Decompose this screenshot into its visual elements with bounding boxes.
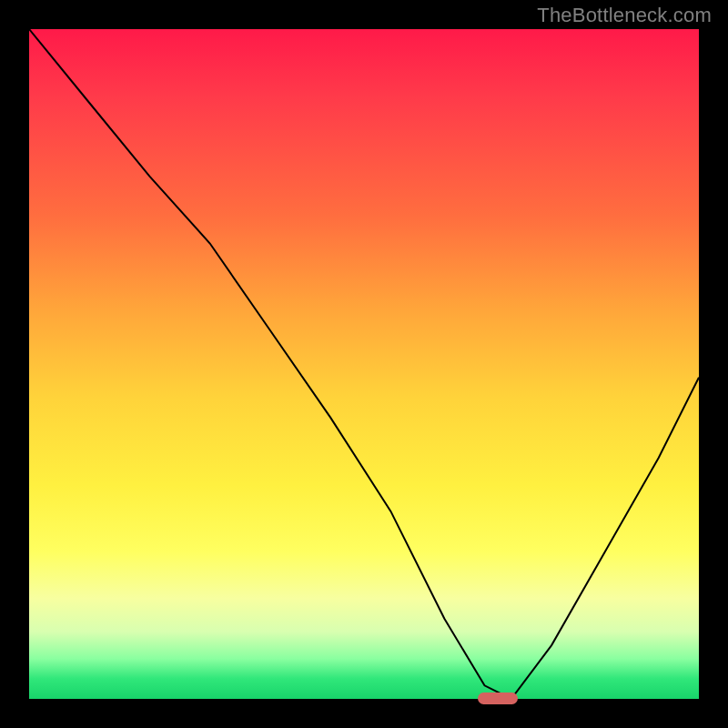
chart-frame: TheBottleneck.com [0,0,728,728]
watermark-text: TheBottleneck.com [537,4,712,27]
bottleneck-curve [29,29,699,699]
plot-area [29,29,699,699]
optimal-marker [478,693,518,704]
